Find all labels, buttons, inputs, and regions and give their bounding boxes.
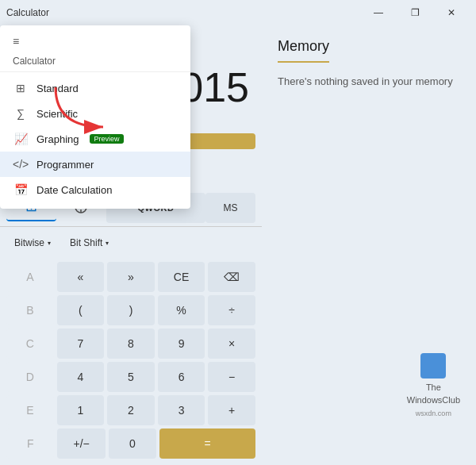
preview-badge: Preview: [90, 134, 123, 144]
key-a[interactable]: A: [6, 262, 54, 292]
dropdown-item-scientific[interactable]: ∑ Scientific: [0, 101, 190, 126]
keypad-row-3: C 7 8 9 ×: [6, 329, 255, 359]
standard-icon: ⊞: [13, 82, 29, 94]
bitshift-label: Bit Shift: [70, 237, 102, 248]
key-sub[interactable]: −: [208, 362, 255, 392]
memory-empty-text: There's nothing saved in your memory: [278, 75, 460, 87]
key-0[interactable]: 0: [109, 428, 156, 459]
key-6[interactable]: 6: [158, 362, 205, 392]
calculator-dropdown: ≡ Calculator ⊞ Standard ∑ Scientific 📈 G…: [0, 25, 190, 209]
key-e[interactable]: E: [6, 395, 54, 425]
key-c[interactable]: C: [6, 329, 54, 359]
key-lparen[interactable]: (: [57, 295, 105, 325]
keypad: A « » CE ⌫ B ( ) % ÷ C 7 8: [0, 259, 262, 465]
watermark: The WindowsClub wsxdn.com: [407, 353, 460, 417]
key-div[interactable]: ÷: [208, 295, 255, 325]
key-mul[interactable]: ×: [208, 329, 255, 359]
programmer-icon: </>: [13, 158, 29, 171]
keypad-row-4: D 4 5 6 −: [6, 362, 255, 392]
keypad-row-1: A « » CE ⌫: [6, 262, 255, 292]
key-negate[interactable]: +/−: [57, 428, 105, 459]
calculator-window: Calculator — ❐ ✕ ≡ Programmer 2,015 HEX: [0, 0, 476, 465]
memory-title: Memory: [278, 38, 329, 63]
watermark-logo-icon: [420, 353, 446, 379]
window-title: Calculator: [6, 7, 360, 18]
dropdown-item-standard[interactable]: ⊞ Standard: [0, 75, 190, 101]
watermark-line1: The WindowsClub: [407, 382, 460, 406]
programmer-label: Programmer: [36, 159, 94, 171]
key-2[interactable]: 2: [107, 395, 155, 425]
key-ce[interactable]: CE: [158, 262, 205, 292]
window-controls: — ❐ ✕: [360, 0, 470, 25]
keypad-row-6: F +/− 0 =: [6, 428, 255, 459]
dropdown-section-header: Calculator: [0, 51, 190, 72]
key-equals[interactable]: =: [159, 428, 255, 459]
date-label: Date Calculation: [36, 184, 112, 196]
graphing-label: Graphing: [36, 133, 79, 145]
key-mod[interactable]: %: [158, 295, 205, 325]
key-7[interactable]: 7: [57, 329, 105, 359]
bitwise-label: Bitwise: [14, 237, 44, 248]
bitwise-chevron-icon: ▾: [48, 240, 51, 247]
standard-label: Standard: [36, 83, 79, 94]
key-8[interactable]: 8: [107, 329, 155, 359]
bitshift-chevron-icon: ▾: [106, 240, 109, 247]
key-d[interactable]: D: [6, 362, 54, 392]
right-panel: Memory There's nothing saved in your mem…: [262, 25, 476, 465]
key-b[interactable]: B: [6, 295, 54, 325]
key-4[interactable]: 4: [57, 362, 105, 392]
dropdown-item-graphing[interactable]: 📈 Graphing Preview: [0, 126, 190, 152]
maximize-button[interactable]: ❐: [397, 0, 433, 25]
key-9[interactable]: 9: [158, 329, 205, 359]
key-backspace[interactable]: ⌫: [208, 262, 255, 292]
watermark-url: wsxdn.com: [407, 409, 460, 417]
dropdown-menu-icon[interactable]: ≡: [0, 32, 190, 51]
dropdown-item-programmer[interactable]: </> Programmer: [0, 152, 190, 177]
key-5[interactable]: 5: [107, 362, 155, 392]
key-f[interactable]: F: [6, 428, 54, 459]
date-icon: 📅: [13, 183, 29, 196]
graphing-icon: 📈: [13, 133, 29, 145]
close-button[interactable]: ✕: [433, 0, 470, 25]
key-1[interactable]: 1: [57, 395, 105, 425]
key-3[interactable]: 3: [158, 395, 205, 425]
function-row: Bitwise ▾ Bit Shift ▾: [0, 227, 262, 259]
key-rparen[interactable]: ): [107, 295, 155, 325]
keypad-row-2: B ( ) % ÷: [6, 295, 255, 325]
scientific-icon: ∑: [13, 107, 29, 120]
bitwise-button[interactable]: Bitwise ▾: [6, 230, 59, 256]
keypad-row-5: E 1 2 3 +: [6, 395, 255, 425]
key-lshift[interactable]: «: [57, 262, 105, 292]
key-rshift[interactable]: »: [107, 262, 155, 292]
titlebar: Calculator — ❐ ✕: [0, 0, 476, 25]
scientific-label: Scientific: [36, 108, 78, 120]
bitshift-button[interactable]: Bit Shift ▾: [62, 230, 117, 256]
ms-button[interactable]: MS: [205, 193, 255, 223]
minimize-button[interactable]: —: [360, 0, 397, 25]
dropdown-item-date[interactable]: 📅 Date Calculation: [0, 177, 190, 202]
key-add[interactable]: +: [208, 395, 255, 425]
